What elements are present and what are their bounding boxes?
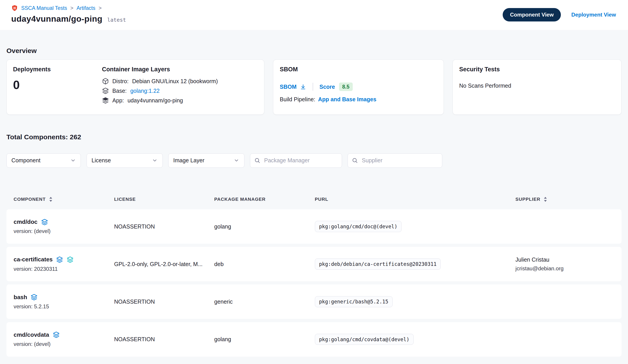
table-row[interactable]: cmd/doc version: (devel) NOASSERTION gol… bbox=[6, 209, 622, 244]
overview-heading: Overview bbox=[6, 47, 622, 55]
purl-cell: pkg:golang/cmd/covdata@(devel) bbox=[315, 334, 516, 345]
package-manager-cell: generic bbox=[214, 299, 315, 305]
page-header: SSCA Manual Tests > Artifacts > uday4vun… bbox=[0, 0, 628, 30]
license-filter-select[interactable]: License bbox=[87, 153, 163, 168]
license-cell: NOASSERTION bbox=[114, 223, 214, 230]
deployment-view-link[interactable]: Deployment View bbox=[571, 12, 616, 18]
breadcrumb-separator: > bbox=[98, 5, 102, 11]
layer-badge-icon[interactable] bbox=[56, 256, 63, 263]
vertical-divider bbox=[313, 83, 313, 91]
deployments-layers-card: Deployments 0 Container Image Layers Dis… bbox=[6, 60, 264, 115]
harness-logo-icon bbox=[11, 5, 18, 11]
sbom-score-badge: 8.5 bbox=[339, 82, 353, 91]
component-name: cmd/covdata bbox=[14, 332, 49, 338]
column-header-package-manager: PACKAGE MANAGER bbox=[214, 196, 315, 202]
purl-chip[interactable]: pkg:golang/cmd/doc@(devel) bbox=[315, 221, 402, 232]
layer-badge-icon[interactable] bbox=[67, 256, 74, 263]
component-name: bash bbox=[14, 294, 27, 301]
component-version: version: 20230311 bbox=[14, 266, 114, 272]
sort-icon[interactable] bbox=[543, 196, 548, 202]
column-header-license: LICENSE bbox=[114, 196, 214, 202]
purl-cell: pkg:generic/bash@5.2.15 bbox=[315, 296, 516, 307]
table-row[interactable]: bash version: 5.2.15 NOASSERTION generic… bbox=[6, 284, 622, 319]
chevron-down-icon bbox=[152, 158, 157, 163]
deployments-section: Deployments 0 bbox=[13, 66, 102, 108]
header-left: SSCA Manual Tests > Artifacts > uday4vun… bbox=[11, 5, 126, 23]
column-header-purl: PURL bbox=[315, 196, 516, 202]
breadcrumb-separator: > bbox=[70, 5, 74, 11]
deployments-label: Deployments bbox=[13, 66, 102, 73]
distro-label: Distro: bbox=[112, 78, 128, 84]
column-header-component[interactable]: COMPONENT bbox=[14, 196, 114, 202]
table-header-row: COMPONENT LICENSE PACKAGE MANAGER PURL S… bbox=[6, 192, 622, 206]
layers-icon bbox=[102, 87, 109, 94]
component-cell: bash version: 5.2.15 bbox=[14, 294, 114, 310]
purl-cell: pkg:golang/cmd/doc@(devel) bbox=[315, 221, 516, 232]
purl-chip[interactable]: pkg:golang/cmd/covdata@(devel) bbox=[315, 334, 414, 345]
layer-row-app: App: uday4vunnam/go-ping bbox=[102, 97, 218, 104]
component-filter-label: Component bbox=[11, 157, 41, 164]
download-icon bbox=[300, 84, 306, 90]
table-row[interactable]: ca-certificates version: 20230311 GPL-2.… bbox=[6, 247, 622, 281]
view-toggle: Component View Deployment View bbox=[503, 8, 616, 21]
main-content: Overview Deployments 0 Container Image L… bbox=[0, 47, 628, 359]
supplier-name: Julien Cristau bbox=[515, 256, 622, 263]
security-tests-status: No Scans Performed bbox=[459, 82, 615, 89]
base-image-link[interactable]: golang:1.22 bbox=[130, 88, 159, 94]
license-header-label: LICENSE bbox=[114, 196, 136, 202]
chevron-down-icon bbox=[234, 158, 239, 163]
layer-badge-icon[interactable] bbox=[41, 219, 48, 225]
column-header-supplier[interactable]: SUPPLIER bbox=[515, 196, 622, 202]
supplier-cell: Julien Cristau jcristau@debian.org bbox=[515, 256, 622, 272]
component-filter-select[interactable]: Component bbox=[6, 153, 81, 168]
component-name: ca-certificates bbox=[14, 256, 53, 263]
table-row[interactable]: cmd/covdata version: (devel) NOASSERTION… bbox=[6, 322, 622, 357]
search-icon bbox=[254, 157, 260, 163]
supplier-search-input[interactable] bbox=[361, 157, 438, 164]
component-version: version: 5.2.15 bbox=[14, 303, 114, 310]
image-layers-section: Container Image Layers Distro: Debian GN… bbox=[102, 66, 218, 108]
purl-chip[interactable]: pkg:generic/bash@5.2.15 bbox=[315, 296, 392, 307]
page-title: uday4vunnam/go-ping bbox=[11, 14, 102, 24]
app-label: App: bbox=[112, 97, 124, 104]
breadcrumb-link-artifacts[interactable]: Artifacts bbox=[77, 5, 95, 11]
sbom-row: SBOM Score 8.5 bbox=[280, 82, 437, 91]
component-name: cmd/doc bbox=[14, 219, 38, 225]
package-manager-cell: deb bbox=[214, 261, 315, 267]
filters-bar: Component License Image Layer bbox=[6, 153, 622, 168]
breadcrumb: SSCA Manual Tests > Artifacts > bbox=[11, 5, 126, 11]
component-version: version: (devel) bbox=[14, 228, 114, 234]
cube-icon bbox=[102, 78, 109, 84]
image-layer-filter-select[interactable]: Image Layer bbox=[168, 153, 244, 168]
breadcrumb-link-ssca-manual-tests[interactable]: SSCA Manual Tests bbox=[21, 5, 67, 11]
component-cell: cmd/covdata version: (devel) bbox=[14, 331, 114, 347]
layer-row-base: Base: golang:1.22 bbox=[102, 87, 218, 94]
layer-badge-icon[interactable] bbox=[31, 294, 37, 301]
layer-badge-icon[interactable] bbox=[53, 331, 60, 338]
deployments-count: 0 bbox=[13, 78, 102, 92]
ssca-artifact-page: SSCA Manual Tests > Artifacts > uday4vun… bbox=[0, 0, 628, 364]
purl-cell: pkg:deb/debian/ca-certificates@20230311 bbox=[315, 258, 516, 269]
package-manager-cell: golang bbox=[214, 336, 315, 343]
package-manager-search bbox=[250, 153, 342, 168]
component-cell: ca-certificates version: 20230311 bbox=[14, 256, 114, 272]
build-pipeline-link[interactable]: App and Base Images bbox=[318, 96, 376, 103]
component-header-label: COMPONENT bbox=[14, 196, 46, 202]
components-table: COMPONENT LICENSE PACKAGE MANAGER PURL S… bbox=[6, 192, 622, 357]
security-tests-label: Security Tests bbox=[459, 66, 615, 73]
purl-chip[interactable]: pkg:deb/debian/ca-certificates@20230311 bbox=[315, 258, 441, 269]
overview-cards: Deployments 0 Container Image Layers Dis… bbox=[6, 60, 622, 115]
image-layers-list: Distro: Debian GNU/Linux 12 (bookworm) B… bbox=[102, 78, 218, 104]
build-pipeline-row: Build Pipeline: App and Base Images bbox=[280, 96, 437, 103]
license-filter-label: License bbox=[91, 157, 111, 164]
package-manager-search-input[interactable] bbox=[263, 157, 338, 164]
sbom-download-label: SBOM bbox=[280, 84, 297, 90]
sbom-download-link[interactable]: SBOM bbox=[280, 84, 306, 90]
component-cell: cmd/doc version: (devel) bbox=[14, 219, 114, 235]
distro-value: Debian GNU/Linux 12 (bookworm) bbox=[132, 78, 218, 84]
component-view-button[interactable]: Component View bbox=[503, 8, 561, 21]
sort-icon[interactable] bbox=[49, 196, 53, 202]
package-manager-header-label: PACKAGE MANAGER bbox=[214, 196, 265, 202]
package-manager-cell: golang bbox=[214, 223, 315, 230]
app-value: uday4vunnam/go-ping bbox=[128, 97, 183, 104]
